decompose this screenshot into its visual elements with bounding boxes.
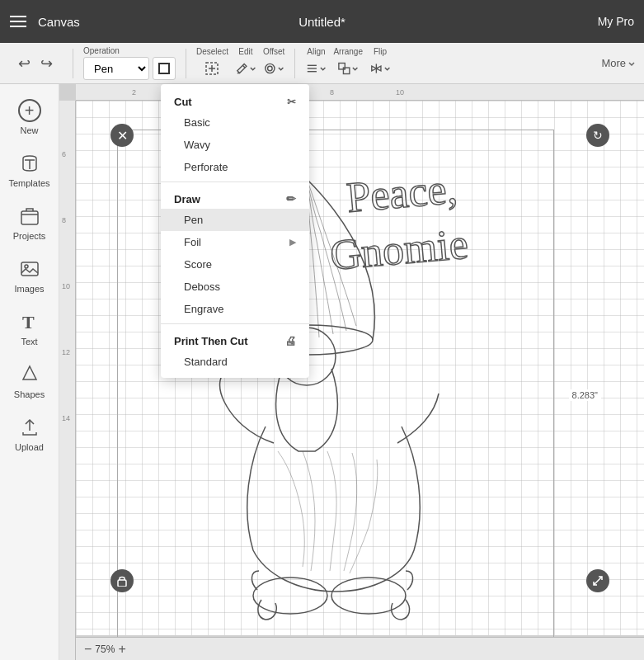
topbar: Canvas Untitled* My Pro — [0, 0, 644, 43]
edit-action: Edit — [235, 47, 256, 79]
deselect-action: Deselect — [196, 47, 228, 79]
print-icon: 🖨 — [284, 334, 296, 347]
svg-rect-24 — [118, 580, 126, 587]
account-label[interactable]: My Pro — [598, 15, 634, 28]
more-button[interactable]: More — [601, 57, 636, 69]
toolbar: ↩ ↪ Operation Pen Cut Draw Deselect Edit — [0, 43, 644, 84]
toolbar-divider-2 — [186, 49, 186, 78]
menu-separator-1 — [161, 182, 309, 182]
rotate-handle[interactable]: ↻ — [586, 124, 609, 147]
flip-label: Flip — [374, 47, 387, 56]
canvas-area[interactable]: 2 4 6 8 10 6 8 10 12 14 Peace, Gnomie — [59, 84, 644, 660]
menu-item-standard[interactable]: Standard — [161, 351, 309, 373]
deselect-button[interactable] — [201, 58, 223, 79]
edit-label: Edit — [238, 47, 252, 56]
menu-separator-2 — [161, 323, 309, 324]
svg-marker-17 — [23, 366, 36, 380]
print-then-cut-section-header: Print Then Cut 🖨 — [161, 328, 309, 351]
menu-item-wavy[interactable]: Wavy — [161, 134, 309, 156]
operation-dropdown: Cut ✂ Basic Wavy Perforate Draw ✏ Pen Fo… — [161, 84, 309, 378]
svg-point-7 — [268, 66, 273, 71]
sidebar-item-upload-label: Upload — [15, 442, 44, 452]
foil-arrow-icon: ▶ — [289, 237, 296, 248]
edit-button[interactable] — [235, 58, 256, 79]
svg-text:T: T — [22, 312, 35, 332]
zoom-out-button[interactable]: − — [84, 642, 92, 657]
shapes-icon — [18, 363, 41, 386]
menu-item-foil[interactable]: Foil ▶ — [161, 231, 309, 253]
operation-label: Operation — [83, 46, 120, 55]
toolbar-divider-1 — [73, 49, 73, 78]
projects-icon — [18, 205, 41, 228]
templates-icon — [18, 152, 41, 175]
new-icon: + — [18, 99, 41, 122]
sidebar-item-new-label: New — [20, 125, 38, 135]
menu-item-score[interactable]: Score — [161, 253, 309, 276]
document-title: Untitled* — [298, 15, 346, 29]
sidebar-item-shapes[interactable]: Shapes — [0, 356, 59, 406]
cut-label: Cut — [174, 96, 192, 108]
operation-select[interactable]: Pen Cut Draw — [83, 57, 149, 80]
square-icon-btn[interactable] — [153, 57, 176, 80]
sidebar: + New Templates Projects Images T Text S… — [0, 84, 59, 660]
draw-pen-icon: ✏ — [286, 192, 296, 205]
offset-action: Offset — [263, 47, 285, 79]
operation-section: Operation Pen Cut Draw — [83, 46, 176, 80]
svg-rect-13 — [21, 211, 38, 224]
cut-section-header: Cut ✂ — [161, 89, 309, 111]
flip-button[interactable] — [369, 58, 391, 79]
canvas-label: Canvas — [38, 15, 80, 29]
svg-point-15 — [25, 265, 28, 268]
svg-rect-0 — [159, 64, 169, 73]
sidebar-item-text[interactable]: T Text — [0, 304, 59, 353]
menu-item-basic[interactable]: Basic — [161, 111, 309, 134]
draw-section-header: Draw ✏ — [161, 186, 309, 209]
menu-item-perforate[interactable]: Perforate — [161, 156, 309, 178]
menu-item-deboss[interactable]: Deboss — [161, 276, 309, 298]
sidebar-item-projects[interactable]: Projects — [0, 198, 59, 248]
print-then-cut-label: Print Then Cut — [174, 335, 248, 347]
align-label: Align — [307, 47, 325, 56]
svg-line-4 — [242, 65, 245, 68]
align-button[interactable] — [305, 58, 327, 79]
redo-button[interactable]: ↪ — [37, 53, 56, 74]
sidebar-item-shapes-label: Shapes — [14, 389, 45, 399]
deselect-label: Deselect — [196, 47, 228, 56]
main-area: + New Templates Projects Images T Text S… — [0, 84, 644, 660]
offset-label: Offset — [263, 47, 285, 56]
upload-icon — [18, 416, 41, 439]
flip-action: Flip — [369, 47, 391, 79]
svg-rect-12 — [344, 68, 350, 73]
sidebar-item-templates-label: Templates — [8, 178, 49, 188]
sidebar-item-text-label: Text — [21, 337, 37, 346]
sidebar-item-images[interactable]: Images — [0, 251, 59, 300]
text-icon: T — [18, 310, 41, 333]
hamburger-menu[interactable] — [10, 16, 26, 27]
svg-point-6 — [266, 64, 275, 73]
zoom-in-button[interactable]: + — [118, 642, 125, 657]
sidebar-item-upload[interactable]: Upload — [0, 409, 59, 459]
images-icon — [18, 257, 41, 280]
menu-item-engrave[interactable]: Engrave — [161, 298, 309, 320]
draw-label: Draw — [174, 193, 200, 205]
sidebar-item-projects-label: Projects — [13, 231, 46, 241]
sidebar-item-new[interactable]: + New — [0, 92, 59, 142]
svg-rect-11 — [339, 63, 345, 68]
sidebar-item-templates[interactable]: Templates — [0, 145, 59, 195]
close-button[interactable]: ✕ — [110, 124, 134, 147]
sidebar-item-images-label: Images — [14, 284, 44, 294]
arrange-action: Arrange — [333, 47, 363, 79]
scale-handle[interactable] — [586, 569, 609, 592]
arrange-button[interactable] — [337, 58, 359, 79]
align-action: Align — [305, 47, 327, 79]
height-dimension: 8.283" — [569, 389, 601, 401]
arrange-label: Arrange — [333, 47, 363, 56]
zoom-bar: − 75% + — [76, 637, 644, 660]
toolbar-divider-3 — [294, 49, 295, 78]
menu-item-pen[interactable]: Pen — [161, 209, 309, 231]
scissors-icon: ✂ — [287, 96, 296, 108]
lock-handle[interactable] — [110, 569, 134, 592]
offset-button[interactable] — [263, 58, 284, 79]
svg-rect-14 — [21, 262, 38, 276]
undo-button[interactable]: ↩ — [15, 53, 34, 74]
